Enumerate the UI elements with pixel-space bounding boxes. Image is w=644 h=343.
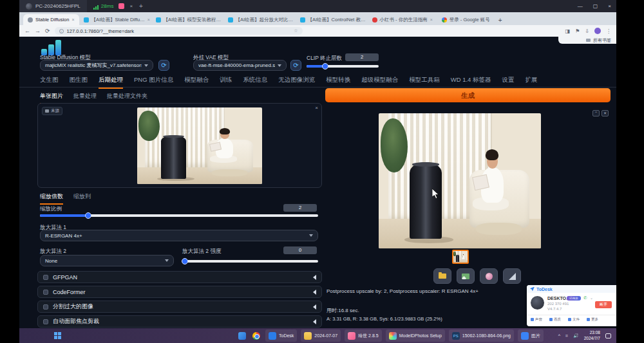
vae-dropdown[interactable]: vae-ft-mse-840000-ema-pruned.safetensors (193, 60, 287, 71)
launcher-taskbar-button[interactable]: 绘世 2.8.5 (345, 329, 382, 342)
remote-session-tab[interactable]: PC-20240625HFPL (19, 0, 87, 12)
browser-tab[interactable]: 【AI绘画】ControlNet 教…× (296, 14, 368, 25)
tab-close-icon[interactable]: × (430, 17, 433, 22)
extension-icon[interactable]: ⚑ (575, 28, 580, 34)
volume-icon[interactable]: 🔊 (573, 333, 579, 338)
more-action[interactable]: 更多 (587, 317, 598, 322)
session-new-tab-button[interactable]: + (139, 3, 143, 10)
browser-tab[interactable]: 小红书 - 你的生活指南× (368, 14, 437, 25)
refresh-vae-button[interactable]: ⟳ (290, 60, 301, 71)
divider (19, 87, 616, 88)
phone-icon[interactable]: ✆ (583, 295, 587, 301)
accordion-codeformer[interactable]: CodeFormer (37, 286, 322, 298)
reload-icon[interactable]: ⟳ (45, 28, 50, 34)
output-thumbnail[interactable] (452, 250, 469, 264)
start-button[interactable] (54, 332, 62, 340)
forward-icon[interactable]: → (35, 28, 41, 34)
generate-button[interactable]: 生成 (325, 88, 611, 102)
profile-avatar[interactable] (594, 28, 601, 34)
todesk-taskbar-button[interactable]: ToDesk (265, 329, 297, 342)
clear-image-button[interactable]: × (315, 105, 318, 111)
browser-tab[interactable]: 【AI绘画】超分放大对比…× (223, 14, 296, 25)
browser-tab[interactable]: 【AI绘画】模型安装教程…× (151, 14, 223, 25)
subtab-scale-by[interactable]: 缩放倍数 (40, 192, 63, 205)
network-icon[interactable]: ⌗ (565, 333, 568, 338)
browser-menu-icon[interactable]: ⋮ (606, 28, 611, 34)
checkbox[interactable] (43, 304, 48, 310)
sd-model-dropdown[interactable]: majicMIX realistic 麦橘写实_v7.safetensors [… (40, 60, 153, 71)
browser-toolbar: ← → ⟳ i 127.0.0.1:7860/?__theme=dark ☆ ◨… (19, 25, 616, 37)
refresh-model-button[interactable]: ⟳ (158, 60, 169, 71)
session-close-button[interactable]: × (129, 3, 133, 9)
signal-bars-icon (93, 1, 99, 12)
close-preview-icon[interactable]: ✕ (601, 110, 609, 116)
chrome-taskbar-button[interactable] (251, 329, 261, 342)
file-action[interactable]: 文件 (568, 317, 580, 322)
chevron-down-icon (144, 64, 148, 67)
checkbox[interactable] (43, 290, 48, 295)
todesk-header[interactable]: ToDesk (527, 285, 616, 293)
clip-skip-value[interactable]: 2 (345, 53, 379, 61)
maximize-button[interactable]: ▢ (593, 3, 598, 9)
upscaler2-strength-value[interactable]: 0 (283, 246, 317, 254)
output-image[interactable] (379, 113, 541, 248)
resize-slider[interactable] (40, 214, 318, 217)
fullscreen-icon[interactable]: ⌃ (592, 110, 600, 116)
accordion-gfpgan[interactable]: GFPGAN (37, 271, 322, 283)
browser-tab[interactable]: 登录 - Google 账号 (437, 14, 495, 25)
taskbar-clock[interactable]: 23:08 2024/7/7 (584, 330, 600, 341)
image-file-icon: PS (452, 332, 460, 340)
widgets-icon (238, 332, 246, 340)
tab-close-icon[interactable]: × (147, 17, 150, 22)
upscaler1-dropdown[interactable]: R-ESRGAN 4x+ (40, 230, 318, 241)
setup-taskbar-button[interactable]: ModelDPhotos Setup (386, 329, 445, 342)
memory-stats: A: 3.31 GB, R: 3.38 GB, Sys: 6.1/23.9883… (327, 316, 442, 322)
resize-value[interactable]: 2 (283, 204, 317, 212)
extension-icon[interactable]: ◨ (565, 28, 571, 34)
photos-taskbar-button[interactable]: 图片 (518, 329, 544, 342)
send-to-img2img-button[interactable] (480, 268, 498, 284)
more-icon[interactable]: ⌄ (590, 295, 593, 300)
close-button[interactable]: × (608, 3, 611, 9)
remote-desktop-window: PC-20240625HFPL 28ms × + — ▢ × Stable Di… (19, 0, 616, 343)
browser-tab-active[interactable]: Stable Diffusion × (23, 14, 79, 25)
all-bookmarks-chip[interactable]: 所有书签 (558, 37, 616, 44)
open-folder-button[interactable] (433, 268, 451, 284)
widgets-button[interactable] (237, 329, 247, 342)
accordion-split-oversized[interactable]: 分割过大的图像 (37, 301, 322, 313)
todesk-version: V4.7.4.7 (547, 307, 562, 311)
disconnect-button[interactable]: 断开 (595, 301, 612, 308)
bookmark-star-icon[interactable]: ☆ (294, 28, 298, 33)
subtab-scale-to[interactable]: 缩放到 (73, 192, 91, 205)
tab-close-icon[interactable]: × (71, 17, 74, 22)
source-image-dropzone[interactable]: 来源 × (37, 103, 322, 188)
more-icon (587, 318, 590, 321)
tray-expand-icon[interactable]: ^ (558, 333, 560, 338)
browser-new-tab-button[interactable]: + (498, 17, 502, 24)
remote-session-titlebar: PC-20240625HFPL 28ms × + — ▢ × (19, 0, 616, 12)
checkbox[interactable] (43, 319, 48, 324)
browser-tab[interactable]: 【AI绘画】Stable Diffu…× (79, 14, 151, 25)
accordion-auto-face-crop[interactable]: 自动面部焦点剪裁 (37, 315, 322, 328)
sound-action[interactable]: 声音 (531, 317, 542, 322)
minimize-button[interactable]: — (578, 3, 583, 9)
source-image[interactable] (137, 107, 262, 184)
save-image-button[interactable] (457, 268, 475, 284)
site-info-icon[interactable]: i (59, 29, 64, 33)
send-to-extras-button[interactable] (503, 268, 521, 284)
tray-date: 2024/7/7 (584, 336, 600, 341)
png-file-taskbar-button[interactable]: PS15062-1080-864-06.png (449, 329, 514, 342)
upscaler2-dropdown[interactable]: None (40, 255, 174, 266)
downloads-icon[interactable]: ⇩ (585, 28, 589, 34)
address-bar[interactable]: i 127.0.0.1:7860/?__theme=dark ☆ (55, 27, 303, 35)
upscaler2-strength-slider[interactable] (182, 260, 318, 263)
quality-action[interactable]: 画质 (549, 317, 561, 322)
record-icon[interactable] (118, 3, 124, 9)
notification-icon[interactable] (605, 333, 611, 338)
generation-info: Postprocess upscale by: 2, Postprocess u… (327, 288, 478, 294)
folder-taskbar-button[interactable]: 2024-07-07 (301, 329, 341, 342)
palette-icon (486, 273, 493, 280)
back-icon[interactable]: ← (24, 28, 30, 34)
clip-skip-slider[interactable] (307, 65, 379, 68)
checkbox[interactable] (43, 275, 48, 280)
